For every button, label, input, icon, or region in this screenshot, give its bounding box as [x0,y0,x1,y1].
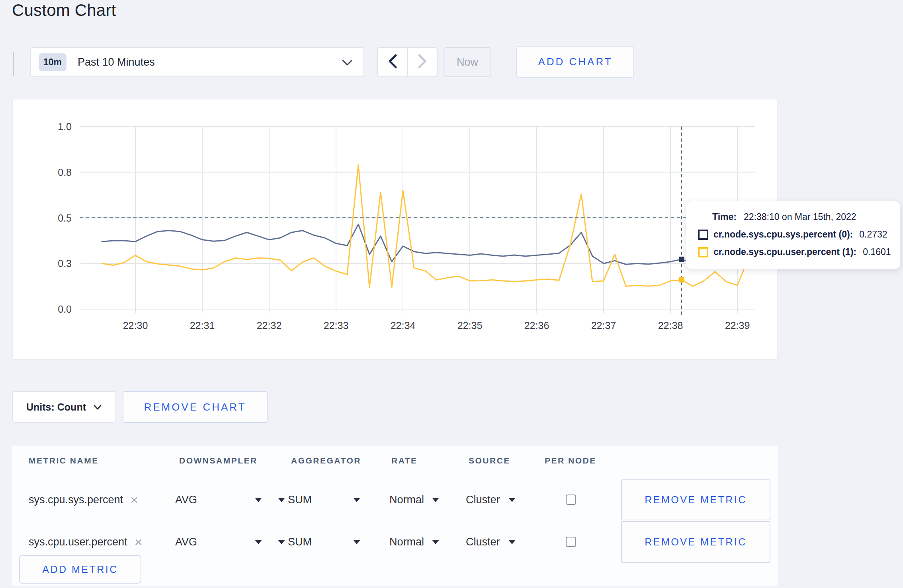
aggregator-select[interactable]: SUM [288,533,312,551]
tooltip-series-value: 0.1601 [863,247,891,257]
downsampler-select[interactable]: AVG [175,491,197,508]
source-select[interactable]: Cluster [466,533,500,551]
aggregator-select-label: SUM [288,536,312,548]
tooltip-time-value: 22:38:10 on Mar 15th, 2022 [744,212,856,222]
rate-select-label: Normal [389,536,424,548]
chevron-right-icon [416,53,428,71]
chevron-down-icon [93,401,102,413]
remove-metric-x-icon[interactable]: × [135,535,143,549]
source-select-label: Cluster [466,536,500,548]
remove-chart-button[interactable]: REMOVE CHART [123,391,268,423]
dropdown-caret-icon[interactable] [353,498,360,502]
col-header-rate: RATE [391,456,418,465]
svg-text:22:30: 22:30 [123,320,148,331]
time-range-label: Past 10 Minutes [78,56,155,68]
dropdown-caret-icon[interactable] [508,498,516,502]
remove-metric-button[interactable]: REMOVE METRIC [621,479,770,520]
dropdown-caret-icon[interactable] [432,540,439,544]
hover-tooltip: Time: 22:38:10 on Mar 15th, 2022 cr.node… [686,201,901,269]
svg-text:0.8: 0.8 [58,167,72,178]
source-select[interactable]: Cluster [466,491,500,508]
chevron-left-icon [387,53,399,71]
svg-text:22:31: 22:31 [190,320,215,331]
svg-text:0.3: 0.3 [58,258,72,269]
tooltip-series-row: cr.node.sys.cpu.user.percent (1):0.1601 [698,247,900,257]
svg-text:22:36: 22:36 [524,320,549,331]
dropdown-caret-icon[interactable] [278,540,285,544]
tooltip-series-label: cr.node.sys.cpu.user.percent (1): [713,247,856,257]
series-swatch-icon [698,247,708,257]
dropdown-caret-icon[interactable] [508,540,516,544]
units-label: Units: Count [26,401,86,413]
time-range-badge: 10m [39,53,66,71]
dropdown-caret-icon[interactable] [432,498,439,502]
dropdown-caret-icon[interactable] [353,540,360,544]
svg-text:22:32: 22:32 [257,320,282,331]
chart-panel: 0.00.30.50.81.022:3022:3122:3222:3322:34… [12,99,778,360]
rate-select-label: Normal [389,494,424,506]
metric-name-select[interactable]: sys.cpu.user.percent× [29,533,143,551]
now-button[interactable]: Now [444,47,491,77]
svg-text:22:33: 22:33 [324,320,349,331]
col-header-source: SOURCE [469,456,510,465]
dropdown-caret-icon[interactable] [255,540,262,544]
svg-text:22:34: 22:34 [391,320,416,331]
metric-name-select[interactable]: sys.cpu.sys.percent× [29,491,138,508]
time-range-dropdown[interactable]: 10m Past 10 Minutes [30,47,364,77]
rate-select[interactable]: Normal [389,533,424,551]
col-header-aggregator: AGGREGATOR [291,456,361,465]
tooltip-series-value: 0.2732 [859,229,887,240]
metric-name-select-label: sys.cpu.sys.percent [29,494,123,506]
svg-text:0.5: 0.5 [58,212,72,224]
remove-metric-button[interactable]: REMOVE METRIC [621,521,770,563]
source-select-label: Cluster [466,494,500,506]
page-title: Custom Chart [12,1,116,20]
remove-metric-x-icon[interactable]: × [130,493,138,506]
toolbar-divider [13,52,14,76]
downsampler-select[interactable]: AVG [175,533,197,551]
svg-text:22:37: 22:37 [591,320,616,331]
rate-select[interactable]: Normal [389,491,424,508]
downsampler-select-label: AVG [175,494,197,506]
col-header-metric-name: METRIC NAME [29,456,99,465]
cpu-line-chart[interactable]: 0.00.30.50.81.022:3022:3122:3222:3322:34… [13,99,777,359]
col-header-per-node: PER NODE [545,456,596,465]
aggregator-select-label: SUM [288,494,312,506]
dropdown-caret-icon[interactable] [278,498,285,502]
per-node-checkbox[interactable] [566,537,576,547]
tooltip-time-label: Time: [712,212,737,222]
tooltip-time-row: Time: 22:38:10 on Mar 15th, 2022 [712,212,900,222]
chevron-down-icon [341,59,353,68]
prev-time-button[interactable] [377,47,407,77]
metric-name-select-label: sys.cpu.user.percent [29,536,127,548]
dropdown-caret-icon[interactable] [255,498,262,502]
col-header-downsampler: DOWNSAMPLER [179,456,258,465]
series-swatch-icon [698,230,708,240]
svg-text:22:39: 22:39 [725,320,750,331]
svg-text:1.0: 1.0 [58,121,72,132]
next-time-button[interactable] [407,47,438,77]
svg-text:0.0: 0.0 [58,304,72,315]
tooltip-series-row: cr.node.sys.cpu.sys.percent (0):0.2732 [698,229,900,240]
per-node-checkbox[interactable] [566,495,576,505]
add-metric-button[interactable]: ADD METRIC [19,555,141,584]
aggregator-select[interactable]: SUM [288,491,312,508]
downsampler-select-label: AVG [175,536,197,548]
svg-text:22:35: 22:35 [457,320,483,331]
tooltip-series-label: cr.node.sys.cpu.sys.percent (0): [713,229,853,240]
svg-text:22:38: 22:38 [658,320,683,331]
units-dropdown[interactable]: Units: Count [12,391,116,423]
add-chart-button[interactable]: ADD CHART [516,46,634,78]
time-window-arrows [377,47,438,77]
